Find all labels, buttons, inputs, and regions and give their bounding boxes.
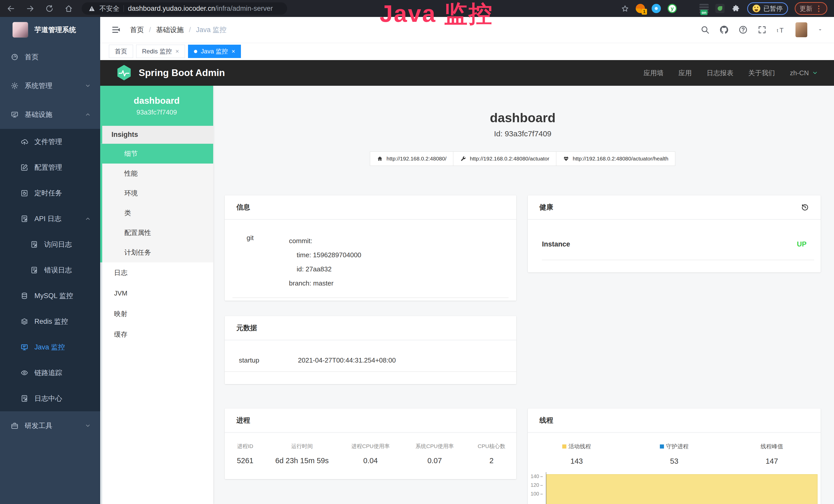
stat-label: 进程CPU使用率 [338,443,403,450]
browser-nav [7,4,73,13]
bookmark-star-icon[interactable] [621,5,629,13]
locale-selector[interactable]: zh-CN [790,69,818,77]
sba-sidebar-item[interactable]: 日志 [100,262,213,283]
breadcrumb-separator: / [189,26,191,34]
sidebar-item[interactable]: 系统管理 [0,71,100,100]
stat-value: 0.04 [338,457,403,465]
sidebar-item[interactable]: Java 监控 [0,334,100,360]
sidebar-item[interactable]: 错误日志 [0,257,100,283]
legend-swatch [562,444,566,449]
extension-orange-icon[interactable]: 1 [636,4,645,13]
sidebar-item[interactable]: 基础设施 [0,100,100,129]
sidebar-item-label: 错误日志 [44,266,72,275]
insight-item[interactable]: 计划任务 [100,243,213,262]
legend-swatch [660,444,664,449]
sidebar-item[interactable]: 访问日志 [0,232,100,257]
process-stat: 进程CPU使用率0.04 [338,443,403,465]
insight-item[interactable]: 性能 [100,164,213,183]
instance-title: dashboard [225,110,821,125]
sidebar-item[interactable]: 定时任务 [0,180,100,206]
tab[interactable]: Java 监控× [188,45,241,58]
sidebar-item[interactable]: 日志中心 [0,386,100,411]
tab-label: 首页 [115,47,127,55]
sba-sidebar: dashboard 93a3fc7f7409 Insights 细节性能环境类配… [100,86,213,504]
eye-icon [21,369,28,377]
tab-label: Java 监控 [201,47,228,55]
sidebar-item-label: 配置管理 [35,163,62,172]
metadata-card: 元数据 startup 2021-04-27T00:44:31.254+08:0… [225,316,516,384]
instance-header[interactable]: dashboard 93a3fc7f7409 [100,86,213,126]
breadcrumb-item[interactable]: 首页 [130,25,144,35]
github-icon[interactable] [720,25,729,35]
url-text[interactable]: dashboard.yudao.iocoder.cn/infra/admin-s… [128,5,273,13]
process-stat: 系统CPU使用率0.07 [402,443,467,465]
fullscreen-icon[interactable] [758,25,767,35]
instance-link-button[interactable]: http://192.168.0.2:48080/actuator [453,152,556,166]
insight-item[interactable]: 配置属性 [100,223,213,243]
chevron-up-icon [85,111,91,118]
edit-icon [21,164,28,171]
chevron-down-icon [85,422,91,429]
home-icon[interactable] [64,4,73,13]
tab-close-icon[interactable]: × [175,48,179,55]
sidebar-item[interactable]: 首页 [0,43,100,71]
gauge-icon [11,53,19,61]
chart-y-tick-label: 120 [528,482,543,488]
extension-pin-icon[interactable] [652,4,661,13]
update-button[interactable]: 更新⋮ [795,2,827,15]
insight-item[interactable]: 环境 [100,183,213,203]
insight-item[interactable]: 类 [100,203,213,223]
tags-view-bar: 首页Redis 监控×Java 监控× [100,43,834,60]
address-divider [124,5,124,12]
extension-on-icon[interactable]: on [699,4,709,13]
back-icon[interactable] [7,4,15,13]
tab-close-icon[interactable]: × [232,48,235,55]
sba-nav-link[interactable]: 关于我们 [748,69,775,77]
instance-link-button[interactable]: http://192.168.0.2:48080/actuator/health [556,152,675,166]
log-center-icon [21,395,28,402]
sba-sidebar-item[interactable]: 映射 [100,303,213,324]
sba-nav-link[interactable]: 日志报表 [707,69,733,77]
browser-menu-icon[interactable]: ⋮ [815,4,822,13]
sidebar-item-label: 基础设施 [25,110,52,119]
breadcrumb-item[interactable]: 基础设施 [156,25,184,35]
address-bar[interactable]: 不安全 dashboard.yudao.iocoder.cn/infra/adm… [82,2,287,15]
hamburger-icon[interactable] [111,25,121,35]
sidebar-item[interactable]: 链路追踪 [0,360,100,386]
search-icon[interactable] [700,25,710,35]
status-badge: UP [797,240,807,248]
avatar-caret-icon[interactable] [817,27,823,33]
toolbox-icon [11,422,19,430]
sidebar-item[interactable]: MySQL 监控 [0,283,100,308]
insight-item[interactable]: 细节 [100,144,213,164]
help-icon[interactable] [739,25,748,35]
history-icon[interactable] [801,203,809,211]
sba-sidebar-item[interactable]: 缓存 [100,324,213,345]
extensions-puzzle-icon[interactable] [731,4,741,13]
sba-sidebar-item[interactable]: JVM [100,283,213,303]
tab[interactable]: Redis 监控× [136,45,185,58]
sba-nav-link[interactable]: 应用墙 [643,69,663,77]
sba-brand[interactable]: Spring Boot Admin [116,65,225,82]
sidebar-item[interactable]: 研发工具 [0,411,100,440]
security-label[interactable]: 不安全 [100,4,119,13]
extension-grid-icon[interactable] [683,4,693,13]
health-key: Instance [542,240,570,248]
reload-icon[interactable] [45,4,54,13]
sidebar-item[interactable]: 配置管理 [0,155,100,180]
font-size-icon[interactable]: tT [776,25,786,35]
user-avatar[interactable] [795,22,807,37]
instance-link-button[interactable]: http://192.168.0.2:48080/ [370,152,454,166]
sidebar-item[interactable]: Redis 监控 [0,308,100,334]
app-logo-row[interactable]: 芋道管理系统 [0,17,100,43]
metadata-row: startup 2021-04-27T00:44:31.254+08:00 [225,340,516,372]
extension-y-icon[interactable]: y [667,4,677,13]
instance-id: 93a3fc7f7409 [136,108,177,116]
sidebar-item[interactable]: API 日志 [0,206,100,232]
sidebar-item[interactable]: 文件管理 [0,129,100,155]
extension-leaf-icon[interactable] [715,4,725,13]
profile-paused-chip[interactable]: 已暂停 [747,2,788,15]
forward-icon[interactable] [26,4,35,13]
tab[interactable]: 首页 [109,45,133,58]
sba-nav-link[interactable]: 应用 [678,69,692,77]
